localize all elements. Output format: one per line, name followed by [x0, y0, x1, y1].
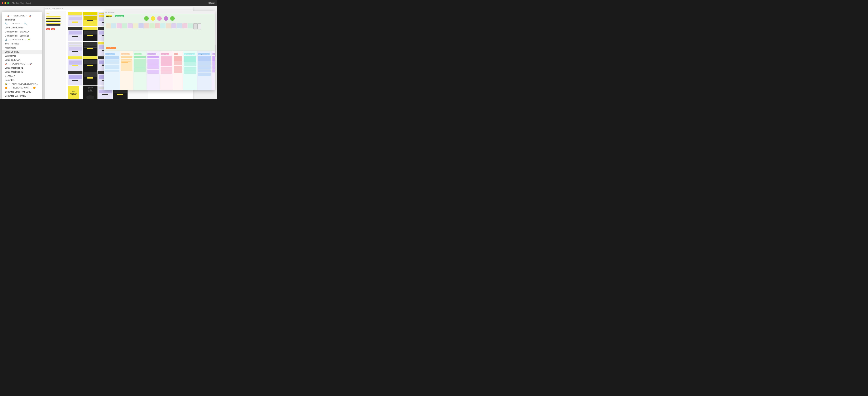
sidebar-item-email-on-knak[interactable]: Email on KNAK [2, 58, 42, 62]
sidebar-item-components-stanley[interactable]: Components - STANLEY [2, 30, 42, 34]
section-filters: FILTERS [212, 51, 215, 90]
sidebar-item-email-mockups-v1[interactable]: Email Mockups v1 [2, 66, 42, 70]
sidebar-item-securitas[interactable]: Securitas [2, 78, 42, 82]
section-comments: COMMENTS [147, 51, 160, 90]
section-features: FEATURES [160, 51, 173, 90]
panel-header: Email Mockups v2 [45, 7, 193, 10]
sidebar-item-securitas-email[interactable]: Securitas Email - 04/15/22 [2, 90, 42, 94]
sidebar-item-thumbnail[interactable]: Thumbnail [2, 18, 42, 22]
sidebar-item-research[interactable]: 🔬 ----- RESEARCH ----- 🌱 [2, 38, 42, 42]
template-col-1: 2022 YOUR YEAR IN REVIEW [68, 12, 83, 99]
workspace-panel: Moodboard EMAIL 101 ON CAMPAIGN [104, 11, 215, 90]
section-personas: PERSONAS [120, 51, 133, 90]
maximize-dot[interactable] [7, 2, 9, 4]
top-bar: File Edit View Object Share [0, 0, 217, 6]
workspace-moodboard: Moodboard EMAIL 101 ON CAMPAIGN [104, 11, 215, 51]
minimize-dot[interactable] [4, 2, 6, 4]
section-send-button: SEND BUTTON [104, 51, 120, 90]
sidebar-item-welcome[interactable]: ✓ 🚀 ----- WELCOME ----- 🚀 [2, 14, 42, 18]
section-kpis: KPIs [173, 51, 183, 90]
sidebar: ✓ 🚀 ----- WELCOME ----- 🚀 Thumbnail 🔧 --… [2, 12, 42, 99]
component-list-panel: ★★★★★ ★★★★★ NEW NEW [45, 11, 66, 99]
sidebar-item-components-securitas[interactable]: Components - Securitas [2, 34, 42, 38]
sidebar-item-stanley[interactable]: STANLEY [2, 74, 42, 78]
section-accessibility: ACCESSIBILITY [183, 51, 197, 90]
close-dot[interactable] [2, 2, 3, 4]
sidebar-item-wireframes[interactable]: Wireframes [2, 54, 42, 58]
sidebar-item-email-mockups-v2[interactable]: Email Mockups v2 [2, 70, 42, 74]
share-button[interactable]: Share [208, 2, 215, 4]
sidebar-item-workspace[interactable]: 🚀 ----- WORKSPACE ----- 🚀 [2, 62, 42, 66]
sidebar-item-email-journey[interactable]: Email Journey [2, 50, 42, 54]
app-menu-file[interactable]: File [12, 2, 15, 4]
template-col-2: Thanks ForBeing AnAmazingCustomer! [83, 12, 97, 99]
scrollbar[interactable] [215, 45, 216, 57]
app-menu-view[interactable]: View [20, 2, 24, 4]
app-menu-edit[interactable]: Edit [16, 2, 19, 4]
sidebar-item-securitas-ux[interactable]: Securitas UX Review [2, 94, 42, 98]
sidebar-item-assets[interactable]: 🔧 ----- ASSETS ----- 🔧 [2, 22, 42, 26]
sidebar-item-best-practices[interactable]: Best Practices [2, 42, 42, 46]
year-review-card: 2022 YOUR YEAR IN REVIEW [68, 86, 79, 99]
section-insights: INSIGHTS [133, 51, 147, 90]
sidebar-item-moodboard[interactable]: Moodboard [2, 46, 42, 50]
sidebar-item-knak[interactable]: 🐝 ----- KNAK MODULE LIBRARY ----- 🐝 [2, 82, 42, 86]
sidebar-item-local-components[interactable]: Local Components [2, 26, 42, 30]
workspace-sections-grid: SEND BUTTON PERSONAS [104, 51, 215, 90]
section-requirements: REQUIREMENTS [197, 51, 212, 90]
app-menu-object[interactable]: Object [25, 2, 31, 4]
sidebar-item-presentations[interactable]: 🟠 ----- PRESENTATIONS ----- 🟠 [2, 86, 42, 90]
